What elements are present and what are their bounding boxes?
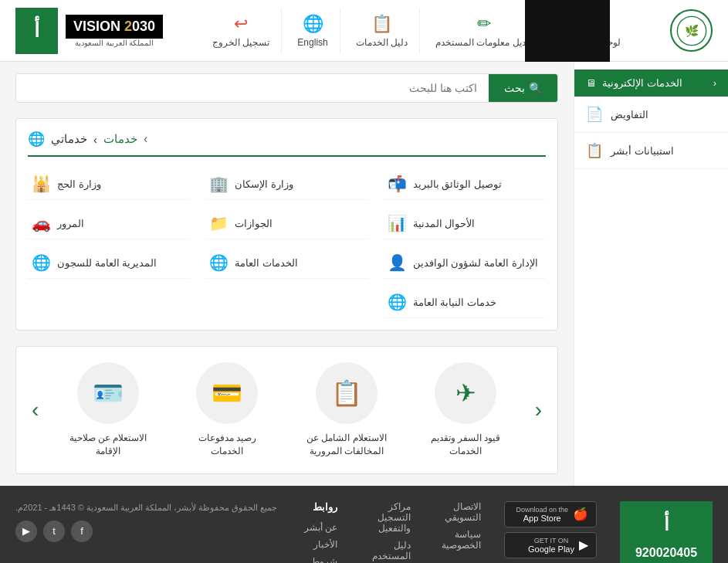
service-hajj-label: وزارة الحج — [57, 178, 101, 190]
footer-col-links1: روابط عن أبشر الأخبار شروط الاستخدام — [300, 501, 337, 563]
breadcrumb-separator: › — [93, 133, 97, 146]
public-services-icon: 🌐 — [209, 253, 229, 272]
footer-contact-link[interactable]: الاتصال التسويقي — [442, 501, 481, 523]
googleplay-sublabel: GET IT ON — [528, 537, 574, 544]
header: 🌿 🖥 لوحة المعلومات ✏ تعديل معلومات المست… — [0, 0, 728, 62]
postal-icon: 📬 — [388, 175, 407, 193]
sidebar-header[interactable]: ‹ الخدمات الإلكترونية 🖥 — [574, 70, 728, 97]
expatriates-icon: 👤 — [388, 253, 407, 272]
footer-col-links3: الاتصال التسويقي سياسة الخصوصية — [442, 501, 481, 563]
services-breadcrumb-current: خدمات — [103, 132, 137, 146]
nav-logout[interactable]: ↩ تسجيل الخروج — [201, 8, 282, 54]
footer-centers-link[interactable]: مراكز التسجيل والتفعيل — [368, 501, 411, 534]
appstore-sublabel: Download on the — [516, 506, 568, 514]
carousel-container: ‹ ✈ قيود السفر وتقديم الخدمات 📋 الاستعلا… — [28, 362, 546, 458]
service-public-services[interactable]: الخدمات العامة 🌐 — [205, 247, 367, 279]
traffic-icon: 🚗 — [32, 214, 51, 232]
footer-copyright-text: جميع الحقوق محفوظة لأبشر، المملكة العربي… — [15, 501, 277, 515]
service-civil-status[interactable]: الأحوال المدنية 📊 — [384, 208, 546, 239]
services-header: › خدمات › خدماتي 🌐 — [28, 131, 546, 157]
googleplay-label: Google Play — [528, 544, 574, 554]
footer-apps: 🍎 Download on the App Store ▶ GET IT ON … — [504, 501, 597, 563]
footer-brand: أ 920020405 — [620, 501, 713, 563]
service-prisons-label: المديرية العامة للسجون — [57, 257, 157, 269]
prosecution-icon: 🌐 — [388, 293, 407, 311]
service-housing-label: وزارة الإسكان — [235, 178, 293, 190]
nav-guide[interactable]: 📋 دليل الخدمات — [344, 8, 420, 54]
footer-terms-link[interactable]: شروط الاستخدام — [300, 556, 337, 563]
search-button[interactable]: 🔍 بحث — [489, 74, 557, 102]
services-breadcrumb-home: خدماتي — [51, 132, 87, 146]
footer-about-link[interactable]: عن أبشر — [300, 522, 337, 533]
service-expatriates[interactable]: الإدارة العامة لشؤون الوافدين 👤 — [384, 247, 546, 279]
service-postal[interactable]: توصيل الوثائق بالبريد 📬 — [384, 168, 546, 200]
civil-status-icon: 📊 — [388, 214, 407, 232]
prisons-icon: 🌐 — [32, 253, 51, 272]
service-housing[interactable]: وزارة الإسكان 🏢 — [205, 168, 367, 200]
service-passports[interactable]: الجوازات 📁 — [205, 208, 367, 239]
hajj-icon: 🕌 — [32, 175, 51, 193]
appstore-label: App Store — [516, 514, 568, 523]
search-bar: 🔍 بحث — [15, 73, 558, 103]
footer-privacy-link[interactable]: سياسة الخصوصية — [442, 529, 481, 551]
googleplay-button[interactable]: ▶ GET IT ON Google Play — [504, 532, 597, 558]
service-traffic[interactable]: المرور 🚗 — [28, 208, 190, 239]
guide-icon: 📋 — [371, 14, 392, 34]
carousel-items: ✈ قيود السفر وتقديم الخدمات 📋 الاستعلام … — [54, 362, 519, 458]
logout-icon: ↩ — [234, 14, 248, 34]
travel-icon: ✈ — [455, 378, 476, 408]
service-prosecution[interactable]: خدمات النيابة العامة 🌐 — [384, 287, 546, 318]
residency-icon: 🪪 — [93, 378, 124, 408]
googleplay-icon: ▶ — [579, 538, 588, 552]
search-input[interactable] — [16, 74, 489, 102]
sidebar-item-absher-inquiries[interactable]: استبيانات أبشر 📋 — [574, 133, 728, 169]
footer-absher-logo: أ — [647, 509, 686, 540]
appstore-button[interactable]: 🍎 Download on the App Store — [504, 501, 597, 527]
absher-inquiries-icon: 📋 — [586, 142, 603, 159]
footer-links: الاتصال التسويقي سياسة الخصوصية مراكز ال… — [300, 501, 481, 563]
service-civil-status-label: الأحوال المدنية — [413, 218, 476, 229]
carousel-item-violations[interactable]: 📋 الاستعلام الشامل عن المخالفات المرورية — [300, 362, 393, 458]
youtube-icon[interactable]: ▶ — [15, 521, 37, 542]
carousel-next-button[interactable]: › — [28, 394, 42, 426]
service-prisons[interactable]: المديرية العامة للسجون 🌐 — [28, 247, 190, 279]
sidebar-title: الخدمات الإلكترونية — [602, 77, 682, 89]
footer-news-link[interactable]: الأخبار — [300, 539, 337, 550]
twitter-icon[interactable]: t — [43, 521, 65, 542]
facebook-icon[interactable]: f — [71, 521, 93, 542]
payments-icon-circle: 💳 — [196, 362, 258, 424]
header-logo: 🌿 — [670, 9, 713, 52]
passports-icon: 📁 — [209, 214, 229, 232]
travel-icon-circle: ✈ — [435, 362, 496, 424]
overlay-rect — [525, 0, 610, 62]
service-hajj[interactable]: وزارة الحج 🕌 — [28, 168, 190, 200]
carousel-item-travel[interactable]: ✈ قيود السفر وتقديم الخدمات — [419, 362, 512, 458]
sidebar-item-negotiations[interactable]: التفاويض 📄 — [574, 97, 728, 133]
negotiations-icon: 📄 — [586, 106, 603, 123]
breadcrumb-arrow: › — [144, 132, 147, 146]
footer-links-title: روابط — [300, 501, 337, 513]
violations-icon-circle: 📋 — [316, 362, 378, 424]
nav-guide-label: دليل الخدمات — [356, 37, 408, 48]
absher-logo: أ — [15, 8, 58, 54]
carousel-item-residency[interactable]: 🪪 الاستعلام عن صلاحية الإقامة — [62, 362, 154, 458]
sidebar-absher-label: استبيانات أبشر — [611, 145, 674, 157]
main-content: 🔍 بحث › خدمات › خدماتي 🌐 توصيل الوثائق ب… — [0, 62, 574, 486]
payments-icon: 💳 — [212, 378, 242, 408]
carousel-payments-label: رصيد مدفوعات الخدمات — [181, 432, 273, 458]
footer-userguide-link[interactable]: دليل المستخدم — [368, 540, 411, 561]
service-passports-label: الجوازات — [235, 218, 273, 229]
vision-logo: VISION 2030 المملكة العربية السعودية — [66, 15, 163, 47]
carousel-travel-label: قيود السفر وتقديم الخدمات — [419, 432, 512, 458]
main-container: ‹ الخدمات الإلكترونية 🖥 التفاويض 📄 استبي… — [0, 62, 728, 486]
social-icons: f t ▶ — [15, 521, 277, 542]
search-icon: 🔍 — [529, 82, 542, 94]
nav-english[interactable]: 🌐 English — [286, 8, 340, 54]
search-button-label: بحث — [504, 82, 525, 94]
nav-update-label: تعديل معلومات المستخدم — [435, 37, 533, 48]
footer-logo-icon: أ — [664, 514, 669, 535]
carousel-prev-button[interactable]: ‹ — [531, 394, 546, 426]
carousel-item-payments[interactable]: 💳 رصيد مدفوعات الخدمات — [181, 362, 273, 458]
ministry-logo: 🌿 — [670, 9, 713, 52]
service-traffic-label: المرور — [57, 218, 84, 229]
